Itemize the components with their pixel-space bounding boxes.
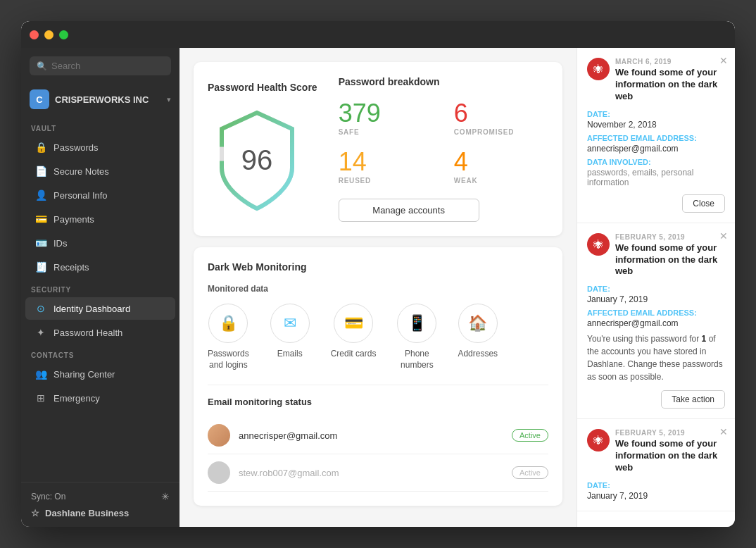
addresses-monitor-icon: 🏠 [458, 304, 498, 343]
safe-count: 379 [339, 99, 433, 128]
safe-label: SAFE [339, 128, 433, 136]
sidebar-item-payments[interactable]: 💳 Payments [25, 208, 175, 230]
sidebar-item-label: Identity Dashboard [53, 304, 130, 314]
date-label-2: DATE: [587, 285, 725, 293]
sidebar-item-label: Secure Notes [53, 166, 109, 177]
app-body: 🔍 C CRISPERWORKS INC ▾ VAULT 🔒 Passwords… [21, 48, 735, 527]
date-label-3: DATE: [587, 481, 725, 490]
search-input[interactable] [51, 61, 164, 71]
addresses-monitor-label: Addresses [458, 349, 498, 360]
email-value-1: annecrisper@gmail.com [587, 144, 725, 154]
lock-icon: 🔒 [35, 142, 46, 153]
date-label-1: DATE: [587, 110, 725, 118]
sidebar-item-emergency[interactable]: ⊞ Emergency [25, 387, 175, 409]
sidebar-item-sharing-center[interactable]: 👥 Sharing Center [25, 363, 175, 385]
date-value-1: November 2, 2018 [587, 120, 725, 130]
date-value-3: January 7, 2019 [587, 491, 725, 501]
maximize-button[interactable] [59, 30, 68, 39]
breakdown-grid: 379 SAFE 6 COMPROMISED 14 REUSED 4 [339, 99, 548, 185]
minimize-button[interactable] [44, 30, 53, 39]
active-badge-2: Active [512, 466, 548, 479]
email-status-title: Email monitoring status [208, 397, 548, 407]
reused-label: REUSED [339, 177, 433, 185]
company-avatar: C [30, 89, 49, 109]
active-badge-1: Active [512, 429, 548, 442]
sidebar-item-receipts[interactable]: 🧾 Receipts [25, 256, 175, 278]
date-value-2: January 7, 2019 [587, 294, 725, 304]
weak-item: 4 WEAK [454, 147, 548, 185]
person-icon: 👤 [35, 189, 46, 201]
sync-row: Sync: On ✳ [31, 491, 170, 502]
sidebar-item-label: Payments [53, 214, 94, 225]
alert-icon-1: 🕷 [587, 58, 610, 80]
alert-title-3: We found some of your information on the… [615, 438, 725, 474]
emails-monitor-icon: ✉ [270, 304, 310, 343]
emergency-icon: ⊞ [35, 392, 46, 404]
sidebar-item-label: IDs [53, 238, 68, 249]
email-row-2: stew.rob007@gmail.com Active [208, 454, 548, 492]
alert-card-1: 🕷 MARCH 6, 2019 We found some of your in… [577, 48, 735, 223]
spider-icon-2: 🕷 [593, 239, 603, 250]
emails-monitor-label: Emails [277, 349, 303, 360]
sidebar-item-ids[interactable]: 🪪 IDs [25, 232, 175, 254]
alert-title-2: We found some of your information on the… [615, 242, 725, 278]
health-icon: ✦ [35, 327, 46, 338]
company-row[interactable]: C CRISPERWORKS INC ▾ [21, 84, 179, 115]
sidebar-item-passwords[interactable]: 🔒 Passwords [25, 136, 175, 158]
sidebar-item-personal-info[interactable]: 👤 Personal Info [25, 184, 175, 206]
chevron-down-icon: ▾ [167, 95, 171, 104]
score-number: 96 [241, 144, 273, 176]
credit-cards-monitor-icon: 💳 [334, 304, 373, 343]
spider-icon-3: 🕷 [593, 435, 603, 446]
email-label-1: Affected email address: [587, 134, 725, 142]
email-address-1: annecrisper@gmail.com [239, 430, 503, 441]
traffic-lights [30, 30, 68, 39]
email-label-2: Affected email address: [587, 309, 725, 317]
id-icon: 🪪 [35, 237, 46, 249]
search-icon: 🔍 [37, 61, 47, 71]
sidebar-footer: Sync: On ✳ ☆ Dashlane Business [21, 482, 179, 527]
manage-accounts-button[interactable]: Manage accounts [339, 199, 479, 222]
monitor-credit-cards: 💳 Credit cards [331, 304, 377, 370]
monitor-addresses: 🏠 Addresses [458, 304, 498, 370]
email-row-1: annecrisper@gmail.com Active [208, 417, 548, 454]
passwords-monitor-icon: 🔒 [208, 304, 248, 343]
dwm-title: Dark Web Monitoring [208, 261, 548, 273]
sync-icon: ✳ [161, 491, 170, 502]
health-score-title: Password Health Score [208, 82, 317, 93]
main-content: Password Health Score [179, 48, 577, 527]
data-label-1: Data involved: [587, 158, 725, 166]
sidebar-item-password-health[interactable]: ✦ Password Health [25, 321, 175, 344]
alert-header-1: 🕷 MARCH 6, 2019 We found some of your in… [587, 58, 725, 103]
product-label: Dashlane Business [45, 508, 129, 518]
compromised-item: 6 COMPROMISED [454, 99, 548, 136]
search-bar[interactable]: 🔍 [30, 56, 171, 75]
email-value-2: annecrisper@gmail.com [587, 318, 725, 328]
identity-icon: ⊙ [35, 303, 46, 314]
take-action-button-2[interactable]: Take action [661, 390, 725, 409]
close-button[interactable] [30, 30, 39, 39]
breakdown-section: Password breakdown 379 SAFE 6 COMPROMISE… [339, 76, 548, 222]
sidebar-item-label: Passwords [53, 142, 99, 153]
sharing-icon: 👥 [35, 368, 46, 380]
sidebar-item-label: Receipts [53, 262, 89, 273]
data-value-1: passwords, emails, personal information [587, 168, 725, 187]
alert-icon-2: 🕷 [587, 233, 610, 256]
alert-text-3: FEBRUARY 5, 2019 We found some of your i… [615, 429, 725, 474]
reused-count: 14 [339, 147, 433, 177]
close-alert-1[interactable]: ✕ [719, 55, 728, 66]
close-alert-2[interactable]: ✕ [719, 230, 728, 242]
close-button-1[interactable]: Close [682, 194, 725, 213]
contacts-section-label: CONTACTS [21, 344, 179, 362]
sidebar-item-identity-dashboard[interactable]: ⊙ Identity Dashboard [25, 297, 175, 320]
alert-icon-3: 🕷 [587, 429, 610, 452]
close-alert-3[interactable]: ✕ [719, 426, 728, 437]
credit-cards-monitor-label: Credit cards [331, 349, 377, 360]
breakdown-title: Password breakdown [339, 76, 548, 87]
email-address-2: stew.rob007@gmail.com [239, 468, 503, 478]
monitor-phone-numbers: 📱 Phonenumbers [397, 304, 436, 370]
passwords-monitor-label: Passwordsand logins [208, 349, 249, 370]
sidebar-item-secure-notes[interactable]: 📄 Secure Notes [25, 160, 175, 182]
alert-card-2: 🕷 FEBRUARY 5, 2019 We found some of your… [577, 223, 735, 420]
sidebar-item-label: Sharing Center [53, 369, 115, 380]
